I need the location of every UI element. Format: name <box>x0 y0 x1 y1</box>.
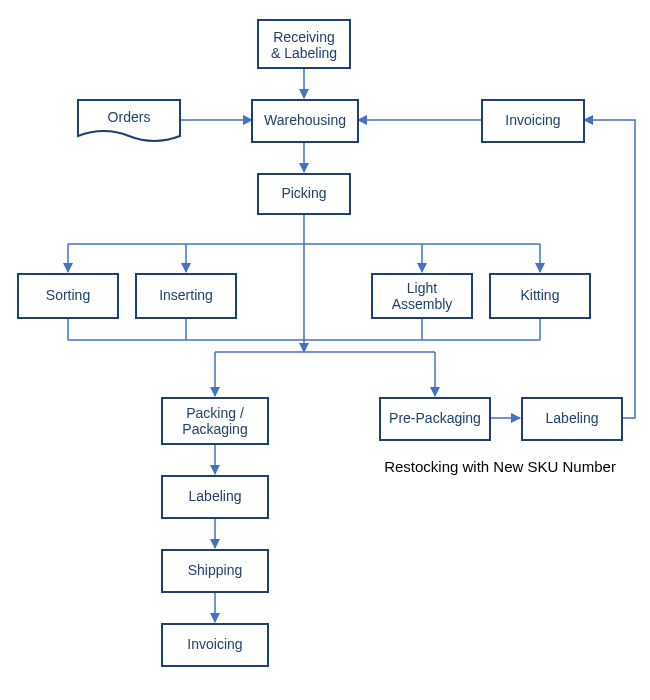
node-label: Orders <box>108 109 151 125</box>
node-kitting: Kitting <box>490 274 590 318</box>
node-label: Light <box>407 280 437 296</box>
node-label: Invoicing <box>187 636 242 652</box>
flowchart: Receiving & Labeling Orders Warehousing … <box>0 0 650 700</box>
node-receiving-labeling: Receiving & Labeling <box>258 20 350 68</box>
node-label: Picking <box>281 185 326 201</box>
node-label: Invoicing <box>505 112 560 128</box>
node-label: Kitting <box>521 287 560 303</box>
node-shipping: Shipping <box>162 550 268 592</box>
node-label: Labeling <box>546 410 599 426</box>
node-label: Sorting <box>46 287 90 303</box>
node-invoicing-top: Invoicing <box>482 100 584 142</box>
node-label: Assembly <box>392 296 453 312</box>
node-packing-packaging: Packing / Packaging <box>162 398 268 444</box>
node-label: Labeling <box>189 488 242 504</box>
connectors <box>68 68 635 622</box>
node-labeling-left: Labeling <box>162 476 268 518</box>
node-picking: Picking <box>258 174 350 214</box>
node-light-assembly: Light Assembly <box>372 274 472 318</box>
node-label: Receiving <box>273 29 334 45</box>
node-invoicing-bottom: Invoicing <box>162 624 268 666</box>
node-label: Pre-Packaging <box>389 410 481 426</box>
node-inserting: Inserting <box>136 274 236 318</box>
node-warehousing: Warehousing <box>252 100 358 142</box>
node-label: Packing / <box>186 405 244 421</box>
node-label: Packaging <box>182 421 247 437</box>
caption-restocking: Restocking with New SKU Number <box>384 458 616 475</box>
node-label: Warehousing <box>264 112 346 128</box>
node-label: Shipping <box>188 562 243 578</box>
node-label: Inserting <box>159 287 213 303</box>
node-labeling-right: Labeling <box>522 398 622 440</box>
node-sorting: Sorting <box>18 274 118 318</box>
node-label: & Labeling <box>271 45 337 61</box>
node-pre-packaging: Pre-Packaging <box>380 398 490 440</box>
node-orders: Orders <box>78 100 180 141</box>
